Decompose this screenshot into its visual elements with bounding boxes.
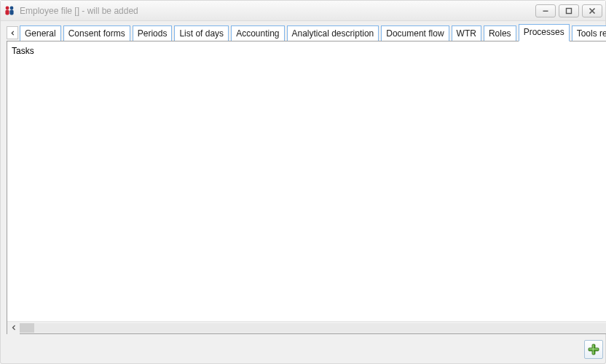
svg-rect-10 [593,345,594,354]
window-buttons [535,4,602,17]
titlebar: Employee file [] - will be added [1,1,605,21]
tab-roles[interactable]: Roles [484,25,516,41]
tabs-scroll-left[interactable] [7,26,18,39]
chevron-left-icon [10,31,15,36]
svg-rect-3 [9,9,13,15]
chevron-left-icon [11,325,17,331]
scroll-track[interactable] [20,323,606,333]
add-button[interactable] [584,340,603,359]
tab-document-flow[interactable]: Document flow [381,25,449,41]
tab-consent-forms[interactable]: Consent forms [63,25,130,41]
minimize-button[interactable] [535,4,556,17]
svg-rect-9 [589,348,599,351]
window-body: General Consent forms Periods List of da… [1,21,605,363]
tab-list-of-days[interactable]: List of days [174,25,229,41]
window: Employee file [] - will be added [0,0,606,364]
scroll-left-button[interactable] [7,322,20,334]
tab-tools-released[interactable]: Tools released [572,25,606,41]
svg-point-0 [6,6,9,9]
tab-accounting[interactable]: Accounting [231,25,284,41]
tab-processes[interactable]: Processes [519,24,570,41]
app-icon [4,5,15,17]
tab-periods[interactable]: Periods [133,25,173,41]
close-window-button[interactable] [582,4,602,17]
action-row [7,334,606,359]
close-x-icon [589,7,596,15]
svg-rect-4 [543,10,548,11]
maximize-icon [565,7,572,15]
tab-analytical-description[interactable]: Analytical description [287,25,379,41]
scroll-thumb[interactable] [20,323,34,333]
minimize-icon [542,7,549,15]
svg-rect-5 [567,8,572,13]
content-panel: Tasks [7,41,606,334]
horizontal-scrollbar[interactable] [7,321,606,333]
svg-rect-1 [5,9,9,15]
svg-rect-11 [589,349,598,349]
window-title: Employee file [] - will be added [20,6,535,16]
tab-general[interactable]: General [20,25,61,41]
maximize-button[interactable] [559,4,579,17]
tabs-row: General Consent forms Periods List of da… [7,24,606,41]
tabs: General Consent forms Periods List of da… [20,24,606,41]
main-column: General Consent forms Periods List of da… [1,21,606,363]
tasks-header: Tasks [7,41,606,58]
tasks-body [7,58,606,321]
svg-point-2 [10,6,14,9]
tab-wtr[interactable]: WTR [452,25,481,41]
plus-icon [588,344,599,355]
